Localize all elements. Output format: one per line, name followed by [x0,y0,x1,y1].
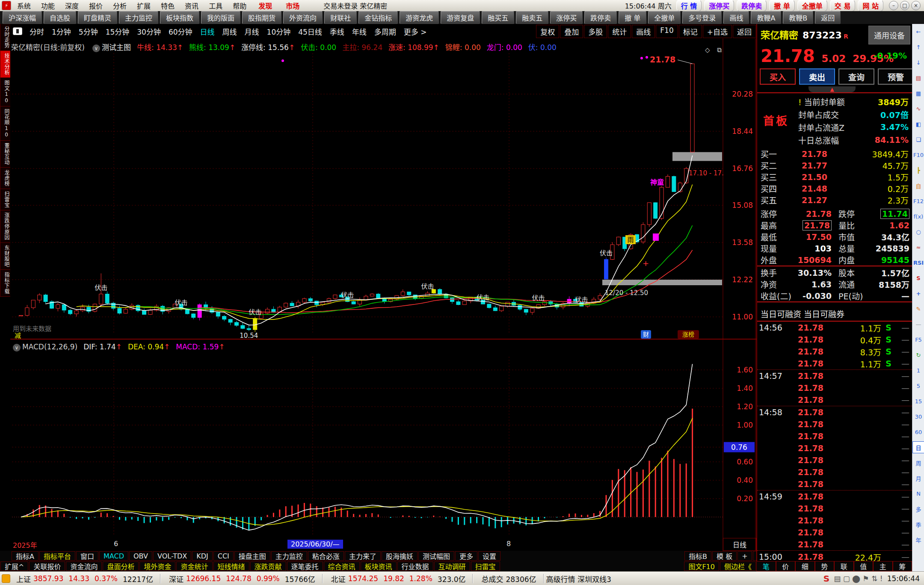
strip-icon-↑[interactable]: ↑ [913,39,924,55]
toolbar-button-画线[interactable]: 画线 [723,11,749,24]
strip-icon-↻[interactable]: ↻ [913,347,924,363]
toolbar-button-返回[interactable]: 返回 [815,11,841,24]
toolbar-button-财联社[interactable]: 财联社 [324,11,357,24]
tab-图文F10[interactable]: 图文F10 [684,561,719,571]
tick-row[interactable]: 21.78— [757,394,913,406]
strip-icon-年[interactable]: 年 [913,532,924,547]
strip-icon-季[interactable]: 季 [913,517,924,532]
toolbar-button-金钻指标[interactable]: 金钻指标 [358,11,398,24]
menu-item-报价[interactable]: 报价 [84,0,108,11]
tab-股海擒妖[interactable]: 股海擒妖 [382,551,418,561]
strip-icon-∿[interactable]: ∿ [913,101,924,116]
tick-row[interactable]: 21.78— [757,430,913,442]
industry-button[interactable]: 通用设备 [868,26,910,44]
strip-icon-↓[interactable]: ↓ [913,55,924,70]
strip-icon-❏[interactable]: ❏ [913,132,924,147]
sidebar-item-图文10[interactable]: 图文10 [0,78,11,106]
market-status-icon[interactable] [2,574,10,583]
strip-icon-日[interactable]: 日 [912,441,924,453]
toolbar-button-游资复盘[interactable]: 游资复盘 [441,11,480,24]
strip-icon-f(x)[interactable]: f(x) [913,209,924,224]
date-label[interactable]: 6 [114,540,118,548]
tab-指标A[interactable]: 指标A [12,551,38,561]
sidebar-item-涨跌停原因[interactable]: 涨跌停原因 [0,210,11,243]
tick-row[interactable]: 21.78— [757,454,913,466]
tab-设置[interactable]: 设置 [478,551,500,561]
buy-level-row[interactable]: 买二21.7745.7万 [757,160,913,171]
strip-icon-F5[interactable]: F5 [913,332,924,347]
strip-icon-周[interactable]: 周 [913,455,924,470]
period-分时[interactable]: 分时 [26,26,48,37]
tab-CCI[interactable]: CCI [213,551,234,561]
menu-item-系统[interactable]: 系统 [12,0,36,11]
tick-row[interactable]: 21.780.4万S— [757,334,913,346]
close-button[interactable]: × [911,1,921,10]
strip-icon-▦[interactable]: ▦ [913,86,924,101]
tick-row[interactable]: 14:5921.78— [757,490,913,502]
toolbar-button-跌停卖[interactable]: 跌停卖 [584,11,617,24]
strip-icon-✎[interactable]: ✎ [913,301,924,316]
tick-row[interactable]: 14:5821.78— [757,406,913,418]
tab-侧边栏《[interactable]: 侧边栏《 [720,561,756,571]
tab-更多[interactable]: 更多 [455,551,477,561]
tab-MACD[interactable]: MACD [99,551,128,561]
tool-F10[interactable]: F10 [656,25,678,38]
toolbar-button-外资流向[interactable]: 外资流向 [283,11,323,24]
macd-chart[interactable]: 1.601.401.201.000.600.400.200.76 [10,340,756,551]
toolbar-button-自选股[interactable]: 自选股 [44,11,76,24]
tab-板块资讯[interactable]: 板块资讯 [361,561,397,571]
quick-button-网 站[interactable]: 网 站 [858,0,883,12]
tick-row[interactable]: 21.78— [757,514,913,526]
tick-row[interactable]: 21.78— [757,418,913,430]
strip-icon-30[interactable]: 30 [913,409,924,424]
quick-button-跌停卖[interactable]: 跌停卖 [737,0,767,12]
strip-icon-月[interactable]: 月 [913,470,924,486]
strip-icon-S[interactable]: S [913,270,924,286]
tab-VOL-TDX[interactable]: VOL-TDX [153,551,191,561]
toolbar-button-沪深涨幅[interactable]: 沪深涨幅 [3,11,42,24]
tick-tab-笔[interactable]: 笔 [756,561,776,571]
toolbar-button-游资龙虎[interactable]: 游资龙虎 [400,11,439,24]
sidebar-item-指标下载[interactable]: 指标下载 [0,270,11,297]
toolbar-button-教鞭B[interactable]: 教鞭B [783,11,813,24]
period-季线[interactable]: 季线 [326,26,348,37]
macd-panel[interactable]: ∨MACD(12,26,9)DIF: 1.74↑DEA: 0.94↑MACD: … [10,339,756,551]
menu-item-扩展[interactable]: 扩展 [132,0,156,11]
layout-icon[interactable] [13,27,22,35]
tab-指标平台[interactable]: 指标平台 [39,551,75,561]
period-30分钟[interactable]: 30分钟 [133,26,165,37]
strip-icon-┣[interactable]: ┣ [913,162,924,178]
strip-icon-F10[interactable]: F10 [913,147,924,162]
sidebar-item-董秘互动[interactable]: 董秘互动 [0,141,11,168]
tool-画线[interactable]: 画线 [632,25,655,38]
menu-item-特色[interactable]: 特色 [156,0,180,11]
tab-短线情绪[interactable]: 短线情绪 [213,561,249,571]
menu-item-功能[interactable]: 功能 [36,0,60,11]
strip-icon-多[interactable]: 多 [913,501,924,517]
tab-行业数据[interactable]: 行业数据 [397,561,433,571]
buy-level-row[interactable]: 买四21.480.2万 [757,183,913,194]
strip-icon-▤[interactable]: ▤ [913,70,924,86]
period-周线[interactable]: 周线 [219,26,241,37]
strip-icon-—[interactable]: — [913,316,924,332]
buy-level-row[interactable]: 买五21.272.3万 [757,194,913,206]
tab-资金流向[interactable]: 资金流向 [66,561,102,571]
tab-指标B[interactable]: 指标B [684,551,711,561]
strip-icon-自[interactable]: 自 [913,178,924,193]
toolbar-button-股指期货[interactable]: 股指期货 [242,11,281,24]
toolbar-button-板块指数[interactable]: 板块指数 [160,11,199,24]
tab-涨跌贡献[interactable]: 涨跌贡献 [250,561,286,571]
tab-窗口[interactable]: 窗口 [76,551,98,561]
strip-icon-5[interactable]: 5 [913,378,924,393]
date-label[interactable]: 8 [506,540,511,548]
main-chart-panel[interactable]: 荣亿精密(日线:前复权)∨测试主图牛线: 14.33↑熊线: 13.09↑涨停线… [10,38,756,339]
toolbar-button-撤 单[interactable]: 撤 单 [619,11,646,24]
tick-tab-值[interactable]: 值 [854,561,874,571]
menu-item-发现[interactable]: 发现 [252,0,279,11]
toolbar-button-融买五[interactable]: 融买五 [482,11,514,24]
menu-item-帮助[interactable]: 帮助 [228,0,252,11]
date-label[interactable]: 2025年 [13,540,37,550]
tab-扫雷宝[interactable]: 扫雷宝 [471,561,500,571]
toolbar-button-融卖五[interactable]: 融卖五 [516,11,548,24]
strip-icon-←[interactable]: ← [913,24,924,39]
